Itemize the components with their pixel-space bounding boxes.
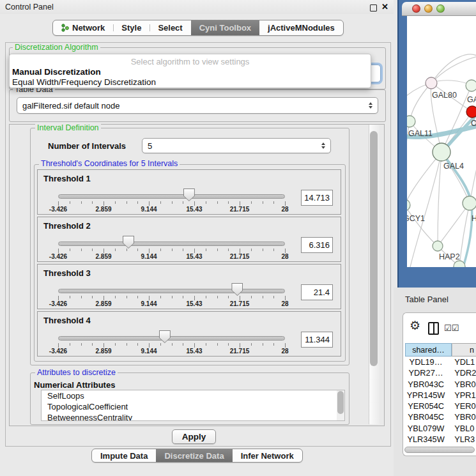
dropdown-option-manual-discretization[interactable]: Manual Discretization xyxy=(10,67,371,77)
tick-mark xyxy=(70,201,70,204)
threshold-value-field[interactable]: 11.344 xyxy=(301,332,333,348)
vertical-scrollbar-thumb[interactable] xyxy=(370,131,378,366)
threshold-value-field[interactable]: 21.4 xyxy=(301,284,333,300)
slider-track[interactable] xyxy=(58,194,285,199)
tab-cyni-toolbox[interactable]: Cyni Toolbox xyxy=(191,20,259,35)
network-node-c[interactable] xyxy=(466,106,476,118)
network-node-gcy1[interactable] xyxy=(407,199,410,211)
tab-select-label: Select xyxy=(158,23,182,33)
table-row[interactable]: YPR145WYPR1 xyxy=(405,390,476,401)
attribute-item-selfloops[interactable]: SelfLoops xyxy=(42,390,344,401)
tick-mark xyxy=(172,343,173,346)
network-node-ga[interactable] xyxy=(466,80,476,91)
column-visibility-icon[interactable] xyxy=(428,322,439,335)
network-node[interactable] xyxy=(454,261,465,267)
cell-shared-name: YBL079W xyxy=(405,424,447,433)
tick-mark xyxy=(149,296,150,300)
bottom-tab-infer-network[interactable]: Infer Network xyxy=(233,449,302,462)
column-header-shared-name[interactable]: shared… xyxy=(405,343,452,357)
cell-name: YER0 xyxy=(447,401,476,411)
apply-button[interactable]: Apply xyxy=(172,429,216,444)
cell-name: YBL0 xyxy=(447,424,476,433)
tick-mark xyxy=(70,296,70,298)
number-of-intervals-select[interactable]: 5 xyxy=(142,138,331,153)
tick-label: 15.43 xyxy=(180,206,208,213)
zoom-traffic-light-icon[interactable] xyxy=(436,4,445,13)
table-row[interactable]: YER054CYER0 xyxy=(405,401,476,411)
table-data-select[interactable]: galFiltered.sif default node xyxy=(17,97,378,114)
tab-select[interactable]: Select xyxy=(150,20,190,35)
threshold-box-3: Threshold 3-3.4262.8599.14415.4321.71528… xyxy=(37,264,341,309)
tick-mark xyxy=(228,249,229,251)
cell-shared-name: YDR27… xyxy=(405,368,447,378)
network-node-gal11[interactable] xyxy=(407,116,415,127)
horizontal-scrollbar-thumb[interactable] xyxy=(404,447,475,453)
list-scrollbar-thumb[interactable] xyxy=(337,391,344,414)
tab-network-label: Network xyxy=(72,23,105,33)
slider-track[interactable] xyxy=(58,242,285,246)
checkbox-icons[interactable]: ☑☑ xyxy=(444,323,459,333)
tick-mark xyxy=(217,201,218,204)
slider-thumb[interactable] xyxy=(231,283,243,296)
tick-mark xyxy=(183,201,183,204)
float-window-icon[interactable] xyxy=(370,4,377,12)
close-traffic-light-icon[interactable] xyxy=(412,4,420,13)
network-node-hap2[interactable] xyxy=(433,241,443,251)
threshold-label: Threshold 1 xyxy=(43,174,91,183)
panel-title: Control Panel xyxy=(5,3,54,12)
checkbox-icon: ☑ xyxy=(452,323,459,333)
tick-mark xyxy=(251,343,252,346)
gear-icon[interactable]: ⚙ xyxy=(410,319,420,332)
dropdown-option-equal-width-frequency-discretization[interactable]: Equal Width/Frequency Discretization xyxy=(10,77,371,88)
bottom-tab-impute-data-label: Impute Data xyxy=(100,451,148,461)
slider-track[interactable] xyxy=(58,336,285,341)
table-row[interactable]: YBR045CYBR0 xyxy=(405,411,476,422)
table-row[interactable]: YBR043CYBR0 xyxy=(405,379,476,390)
tick-mark xyxy=(137,296,138,298)
tick-mark xyxy=(228,296,229,298)
tab-network[interactable]: Network xyxy=(53,20,113,35)
cell-shared-name: YPR145W xyxy=(405,390,447,400)
attribute-item-betweennesscentrality[interactable]: BetweennessCentrality xyxy=(42,412,344,421)
tab-jactivemnodules[interactable]: jActiveMNodules xyxy=(259,20,343,35)
table-row[interactable]: YDR27…YDR2 xyxy=(405,367,476,378)
cell-shared-name: YER054C xyxy=(405,401,447,411)
tick-mark xyxy=(194,201,195,206)
threshold-box-2: Threshold 2-3.4262.8599.14415.4321.71528… xyxy=(37,217,341,262)
tick-mark xyxy=(160,343,161,346)
tick-mark xyxy=(183,343,183,346)
tick-mark xyxy=(115,249,116,251)
network-canvas[interactable]: GAL80GACGAL11GAL4HGCY1HAP2 xyxy=(407,16,476,267)
slider-thumb[interactable] xyxy=(123,236,134,249)
cell-name: YLR3 xyxy=(447,434,476,444)
network-node-gal4[interactable] xyxy=(433,143,450,161)
tick-mark xyxy=(81,249,82,251)
table-row[interactable]: YBL079WYBL0 xyxy=(405,423,476,434)
slider-thumb[interactable] xyxy=(183,188,195,201)
tab-style-label: Style xyxy=(121,23,141,33)
attribute-item-topologicalcoefficient[interactable]: TopologicalCoefficient xyxy=(42,401,344,412)
tick-mark xyxy=(70,343,70,346)
checkbox-icon: ☑ xyxy=(444,323,452,333)
network-node-h[interactable] xyxy=(463,196,476,210)
cell-name: YBR0 xyxy=(447,412,476,422)
tick-label: 2.859 xyxy=(89,300,118,307)
bottom-tab-discretize-data[interactable]: Discretize Data xyxy=(156,449,232,462)
close-icon[interactable]: ✕ xyxy=(381,2,388,12)
tick-mark xyxy=(263,296,263,298)
table-row[interactable]: YDL19…YDL1 xyxy=(405,357,476,367)
tick-mark xyxy=(240,249,240,253)
attributes-list[interactable]: SelfLoopsTopologicalCoefficientBetweenne… xyxy=(41,390,345,421)
tick-mark xyxy=(149,249,150,253)
table-row[interactable]: YLR345WYLR3 xyxy=(405,434,476,445)
slider-track[interactable] xyxy=(58,289,285,293)
tick-label: 9.144 xyxy=(135,253,163,260)
threshold-value-field[interactable]: 14.713 xyxy=(301,190,333,206)
column-header-name[interactable]: n xyxy=(452,343,476,357)
slider-thumb[interactable] xyxy=(159,330,171,343)
network-node-gal80[interactable] xyxy=(426,77,437,89)
bottom-tab-impute-data[interactable]: Impute Data xyxy=(92,449,156,462)
minimize-traffic-light-icon[interactable] xyxy=(424,4,433,13)
threshold-value-field[interactable]: 6.316 xyxy=(301,237,333,253)
tab-style[interactable]: Style xyxy=(113,20,150,35)
